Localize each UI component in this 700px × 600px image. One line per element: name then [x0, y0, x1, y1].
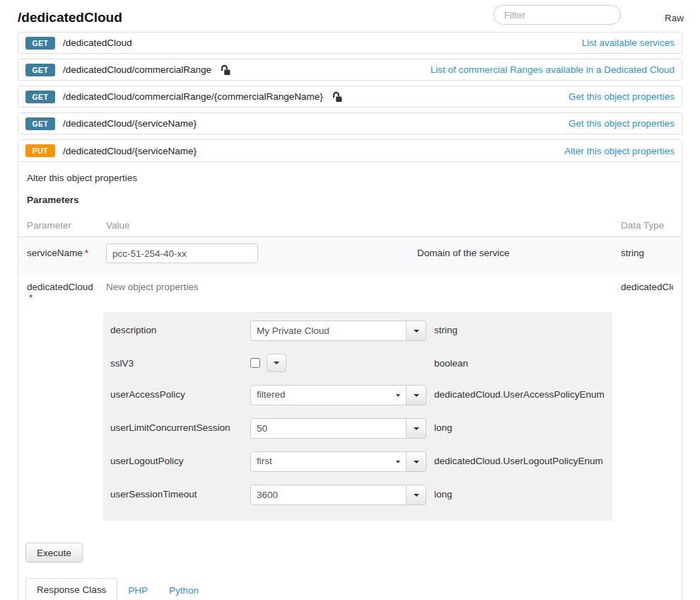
endpoint-path: /dedicatedCloud/commercialRange: [63, 64, 211, 75]
field-row-userlogoutpolicy: userLogoutPolicy first dedicatedCloud.Us…: [110, 451, 612, 472]
tab-response-class[interactable]: Response Class: [25, 578, 117, 600]
field-name: sslV3: [110, 354, 243, 372]
field-name: userSessionTimeout: [110, 485, 243, 505]
parameters-table-header: Parameter Value Data Type: [18, 205, 682, 237]
endpoint-summary-link[interactable]: Get this object properties: [568, 91, 675, 102]
endpoint-summary-link[interactable]: Get this object properties: [568, 118, 675, 129]
endpoint-path: /dedicatedCloud/{serviceName}: [63, 146, 197, 156]
field-data-type: dedicatedCloud.UserAccessPolicyEnum: [434, 385, 612, 405]
param-name: dedicatedCloud: [27, 282, 93, 292]
endpoint-path: /dedicatedCloud/{serviceName}: [63, 118, 197, 129]
endpoint-path: /dedicatedCloud/commercialRange/{commerc…: [63, 91, 323, 102]
get-method-badge: GET: [25, 64, 55, 76]
usersessiontimeout-dropdown-button[interactable]: [406, 485, 426, 505]
endpoint-summary-link[interactable]: List available services: [582, 38, 675, 48]
caret-down-icon: [414, 394, 419, 397]
field-row-sslv3: sslV3 boolean: [110, 354, 612, 372]
column-header-data-type: Data Type: [621, 220, 673, 231]
sslv3-checkbox[interactable]: [250, 358, 260, 368]
endpoint-row-put-servicename[interactable]: PUT /dedicatedCloud/{serviceName} Alter …: [18, 140, 682, 162]
userlogoutpolicy-select[interactable]: first: [250, 451, 407, 472]
userlimitconcurrentsession-dropdown-button[interactable]: [406, 418, 426, 439]
userlimitconcurrentsession-input[interactable]: [250, 418, 407, 439]
servicename-input[interactable]: [106, 243, 258, 263]
usersessiontimeout-input[interactable]: [250, 485, 407, 505]
get-method-badge: GET: [25, 37, 55, 50]
field-row-description: description string: [110, 321, 612, 341]
field-name: userLimitConcurrentSession: [110, 418, 243, 439]
param-data-type: dedicatedCloud.: [621, 282, 673, 303]
field-name: description: [110, 321, 243, 341]
operation-description: Alter this object properties: [18, 162, 682, 183]
page-header: /dedicatedCloud Raw: [0, 0, 700, 32]
endpoint-summary-link[interactable]: Alter this object properties: [564, 146, 675, 156]
useraccesspolicy-select[interactable]: filtered: [250, 385, 407, 405]
caret-down-icon: [414, 330, 419, 333]
sslv3-dropdown-button[interactable]: [267, 354, 286, 372]
endpoint-row-get-dedicatedcloud[interactable]: GET /dedicatedCloud List available servi…: [18, 32, 682, 54]
userlogoutpolicy-dropdown-button[interactable]: [406, 451, 426, 472]
endpoint-row-get-commercialrange[interactable]: GET /dedicatedCloud/commercialRange List…: [18, 59, 682, 81]
response-tabs: Response Class PHP Python: [25, 578, 675, 600]
parameters-heading: Parameters: [18, 183, 682, 205]
useraccesspolicy-dropdown-button[interactable]: [406, 385, 426, 405]
column-header-parameter: Parameter: [27, 220, 106, 231]
endpoint-summary-link[interactable]: List of commercial Ranges available in a…: [431, 64, 675, 75]
field-data-type: boolean: [434, 354, 612, 372]
get-method-badge: GET: [25, 91, 55, 103]
caret-down-icon: [414, 427, 419, 430]
required-marker: *: [29, 292, 106, 303]
field-data-type: dedicatedCloud.UserLogoutPolicyEnum: [434, 451, 612, 472]
body-object-label: New object properties: [106, 282, 417, 303]
selected-value: first: [257, 456, 272, 466]
description-input[interactable]: [250, 321, 407, 341]
caret-down-icon: [414, 461, 419, 463]
field-row-useraccesspolicy: userAccessPolicy filtered dedicatedCloud…: [110, 385, 612, 405]
tab-php[interactable]: PHP: [117, 579, 158, 600]
filter-input[interactable]: [494, 5, 621, 25]
param-row-dedicatedcloud: dedicatedCloud * New object properties d…: [18, 274, 682, 521]
select-arrow-icon: [396, 461, 400, 463]
unlock-icon: [220, 64, 231, 76]
select-arrow-icon: [396, 394, 400, 397]
tab-python[interactable]: Python: [158, 579, 209, 600]
endpoint-row-get-commercialrangename[interactable]: GET /dedicatedCloud/commercialRange/{com…: [18, 86, 682, 108]
field-row-usersessiontimeout: userSessionTimeout long: [110, 485, 612, 505]
field-data-type: long: [434, 418, 612, 439]
field-data-type: string: [434, 321, 612, 341]
column-header-value: Value: [106, 220, 417, 231]
unlock-icon: [332, 91, 342, 103]
get-method-badge: GET: [25, 117, 55, 130]
endpoint-list: GET /dedicatedCloud List available servi…: [18, 32, 682, 600]
field-name: userLogoutPolicy: [110, 451, 243, 472]
param-row-servicename: serviceName* Domain of the service strin…: [18, 237, 682, 274]
put-method-badge: PUT: [25, 144, 55, 157]
raw-link[interactable]: Raw: [665, 13, 684, 23]
required-marker: *: [85, 248, 88, 258]
param-description: Domain of the service: [417, 243, 621, 258]
endpoint-path: /dedicatedCloud: [63, 38, 132, 48]
param-data-type: string: [621, 243, 673, 258]
param-name: serviceName: [27, 248, 83, 258]
endpoint-row-get-servicename[interactable]: GET /dedicatedCloud/{serviceName} Get th…: [18, 112, 682, 134]
body-properties-panel: description string sslV3 boolean: [103, 312, 612, 521]
expanded-operation-card: PUT /dedicatedCloud/{serviceName} Alter …: [18, 139, 682, 600]
caret-down-icon: [274, 362, 279, 364]
field-name: userAccessPolicy: [110, 385, 243, 405]
execute-button[interactable]: Execute: [25, 543, 83, 562]
caret-down-icon: [414, 494, 419, 497]
field-row-userlimitconcurrentsession: userLimitConcurrentSession long: [110, 418, 612, 439]
selected-value: filtered: [257, 389, 286, 400]
description-dropdown-button[interactable]: [406, 321, 426, 341]
field-data-type: long: [434, 485, 612, 505]
